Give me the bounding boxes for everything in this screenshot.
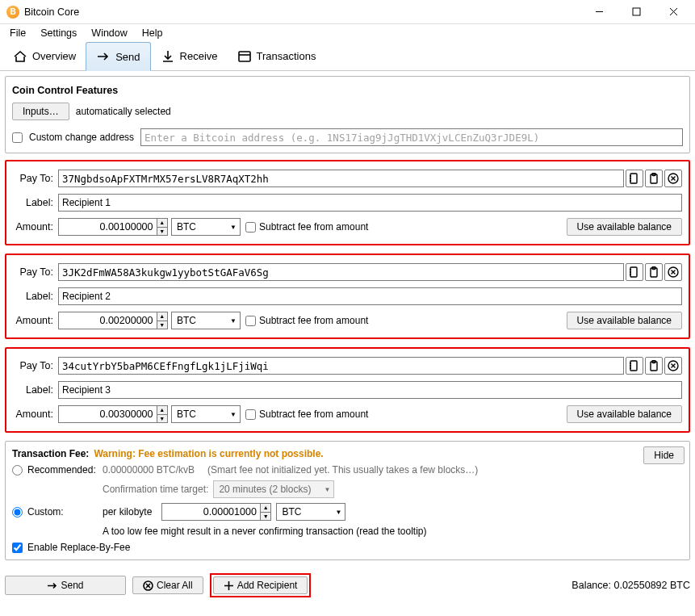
rbf-checkbox[interactable] (12, 543, 23, 553)
transaction-fee-group: Hide Transaction Fee: Warning: Fee estim… (5, 441, 690, 560)
inputs-button[interactable]: Inputs… (12, 103, 69, 120)
add-recipient-button[interactable]: Add Recipient (213, 576, 308, 594)
balance-value: 0.02550892 BTC (613, 580, 690, 591)
amount-unit-select[interactable]: BTC ▼ (171, 218, 241, 236)
use-available-balance-button[interactable]: Use available balance (567, 405, 682, 423)
svg-rect-0 (633, 8, 640, 15)
subtract-fee-checkbox[interactable] (245, 409, 256, 420)
label-input[interactable] (58, 194, 682, 212)
menu-file[interactable]: File (3, 26, 32, 40)
send-button[interactable]: Send (5, 576, 126, 595)
amount-label: Amount: (13, 221, 58, 233)
tab-overview[interactable]: Overview (3, 42, 86, 70)
amount-unit-value: BTC (177, 409, 196, 420)
recommended-note: (Smart fee not initialized yet. This usu… (207, 464, 478, 476)
amount-unit-select[interactable]: BTC ▼ (171, 312, 241, 329)
spin-up[interactable]: ▲ (157, 312, 168, 321)
auto-selected-label: automatically selected (76, 106, 171, 117)
recipient-block: Pay To: Label: Amount: ▲ ▼ (5, 347, 690, 433)
amount-unit-select[interactable]: BTC ▼ (171, 405, 241, 423)
address-book-icon (629, 173, 640, 184)
tabbar: Overview Send Receive Transactions (0, 42, 695, 71)
use-available-balance-button[interactable]: Use available balance (567, 218, 682, 236)
spin-down[interactable]: ▼ (157, 415, 168, 423)
spin-down[interactable]: ▼ (157, 228, 168, 236)
amount-label: Amount: (13, 409, 58, 420)
clear-all-button[interactable]: Clear All (132, 576, 203, 594)
subtract-fee-label: Subtract fee from amount (259, 409, 368, 420)
svg-rect-1 (239, 52, 250, 61)
per-kilobyte-label: per kilobyte (103, 506, 152, 518)
close-button[interactable] (655, 0, 692, 24)
recipient-block: Pay To: Label: Amount: ▲ ▼ (5, 160, 690, 245)
custom-change-checkbox[interactable] (12, 132, 23, 143)
balance: Balance: 0.02550892 BTC (571, 580, 690, 591)
custom-label: Custom: (27, 506, 64, 518)
menubar: File Settings Window Help (0, 24, 695, 42)
address-book-button[interactable] (626, 170, 643, 187)
menu-window[interactable]: Window (85, 26, 133, 40)
label-input[interactable] (58, 381, 682, 399)
custom-fee-unit-select[interactable]: BTC ▼ (276, 503, 345, 521)
chevron-down-icon: ▼ (335, 509, 341, 516)
use-available-balance-button[interactable]: Use available balance (567, 312, 682, 329)
add-recipient-label: Add Recipient (237, 580, 298, 591)
receive-icon (161, 49, 175, 64)
custom-fee-amount-field[interactable] (162, 504, 260, 520)
address-book-button[interactable] (626, 263, 643, 281)
subtract-fee-checkbox[interactable] (245, 316, 256, 326)
bitcoin-icon (6, 6, 19, 19)
custom-fee-amount[interactable]: ▲ ▼ (161, 503, 271, 521)
custom-change-label: Custom change address (29, 132, 134, 143)
remove-recipient-button[interactable] (664, 263, 682, 281)
hide-fee-button[interactable]: Hide (643, 446, 685, 464)
tab-receive-label: Receive (180, 50, 218, 62)
label-label: Label: (13, 291, 58, 302)
spin-up[interactable]: ▲ (157, 219, 168, 228)
tab-transactions[interactable]: Transactions (228, 42, 326, 70)
custom-fee-radio[interactable] (12, 507, 23, 518)
payto-label: Pay To: (13, 360, 58, 371)
paste-button[interactable] (645, 170, 663, 187)
minimize-button[interactable] (580, 0, 618, 24)
clear-icon (143, 580, 153, 591)
recipient-block: Pay To: Label: Amount: ▲ ▼ (5, 254, 690, 339)
payto-input[interactable] (58, 357, 624, 375)
payto-input[interactable] (58, 170, 624, 187)
spin-up[interactable]: ▲ (261, 504, 271, 513)
label-input[interactable] (58, 287, 682, 305)
paste-button[interactable] (645, 357, 663, 375)
remove-recipient-button[interactable] (664, 357, 682, 375)
amount-input[interactable]: ▲ ▼ (58, 218, 168, 236)
chevron-down-icon: ▼ (324, 486, 330, 493)
spin-down[interactable]: ▼ (157, 321, 168, 329)
paste-button[interactable] (645, 263, 663, 281)
subtract-fee-checkbox[interactable] (245, 222, 256, 233)
address-book-button[interactable] (626, 357, 643, 375)
amount-field[interactable] (59, 312, 157, 329)
menu-help[interactable]: Help (136, 26, 170, 40)
remove-icon (668, 360, 679, 371)
amount-field[interactable] (59, 219, 157, 235)
balance-label: Balance: (571, 580, 611, 591)
low-fee-note: A too low fee might result in a never co… (103, 526, 427, 537)
spin-down[interactable]: ▼ (261, 513, 271, 521)
amount-input[interactable]: ▲ ▼ (58, 405, 168, 423)
tab-receive[interactable]: Receive (151, 42, 228, 70)
tab-send[interactable]: Send (86, 42, 150, 71)
address-book-icon (629, 266, 640, 278)
menu-settings[interactable]: Settings (34, 26, 83, 40)
remove-recipient-button[interactable] (664, 170, 682, 187)
amount-field[interactable] (59, 406, 157, 422)
recommended-radio[interactable] (12, 465, 23, 476)
spin-up[interactable]: ▲ (157, 406, 168, 415)
maximize-button[interactable] (618, 0, 655, 24)
change-address-input[interactable] (140, 128, 683, 146)
remove-icon (668, 173, 679, 184)
payto-label: Pay To: (13, 266, 58, 278)
amount-unit-value: BTC (177, 315, 196, 326)
amount-input[interactable]: ▲ ▼ (58, 312, 168, 329)
custom-fee-unit-value: BTC (282, 506, 301, 518)
payto-input[interactable] (58, 263, 624, 281)
recommended-value: 0.00000000 BTC/kvB (103, 464, 195, 476)
